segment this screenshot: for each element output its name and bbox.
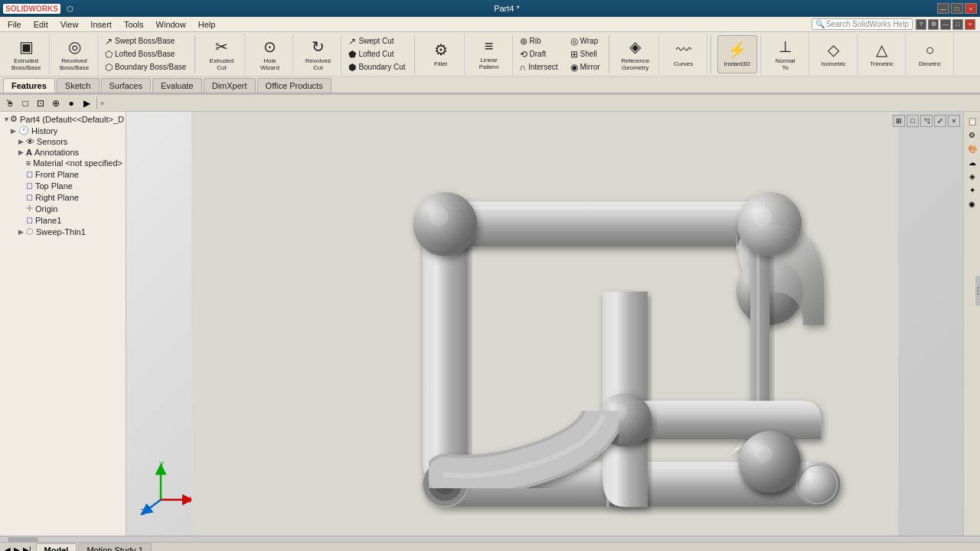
tab-features[interactable]: Features — [3, 78, 55, 93]
tab-nav-next[interactable]: ▶ — [12, 546, 21, 551]
revolved-cut-icon: ↻ — [312, 37, 325, 56]
tab-sketch[interactable]: Sketch — [57, 78, 100, 93]
close-toolbar-btn[interactable]: × — [965, 19, 975, 30]
tree-plane1[interactable]: ◻ Plane1 — [0, 214, 126, 226]
curves-label: Curves — [674, 60, 693, 67]
shell-btn[interactable]: ⊞ Shell — [567, 48, 604, 60]
secondary-tool-1[interactable]: 🖱 — [3, 96, 17, 110]
extruded-boss-btn[interactable]: ▣ ExtrudedBoss/Base — [6, 35, 46, 73]
help-btn[interactable]: ? — [916, 19, 926, 30]
lofted-boss-btn[interactable]: ⬠ Lofted Boss/Base — [101, 48, 190, 60]
h-scrollbar[interactable] — [0, 536, 980, 542]
swept-cut-btn[interactable]: ↗ Swept Cut — [345, 35, 409, 47]
rp-btn-6[interactable]: ✦ — [966, 184, 978, 196]
toolbar-col-features2: ◎ Wrap ⊞ Shell ◉ Mirror — [565, 34, 606, 75]
tree-history[interactable]: ▶ 🕐 History — [0, 125, 126, 136]
draft-btn[interactable]: ⟲ Draft — [516, 48, 562, 60]
tab-dimxpert[interactable]: DimXpert — [204, 78, 256, 93]
rp-btn-5[interactable]: ◈ — [966, 170, 978, 182]
fillet-btn[interactable]: ⚙ Fillet — [421, 35, 461, 73]
tree-sensors[interactable]: ▶ 👁 Sensors — [0, 136, 126, 147]
menu-view[interactable]: View — [54, 18, 85, 31]
menu-insert[interactable]: Insert — [84, 18, 118, 31]
rib-btn[interactable]: ⊛ Rib — [516, 35, 562, 47]
tree-icon-plane1: ◻ — [26, 215, 33, 225]
swept-boss-btn[interactable]: ↗ Swept Boss/Base — [101, 35, 190, 47]
instant3d-icon: ⚡ — [727, 41, 746, 59]
minimize-toolbar-btn[interactable]: — — [940, 19, 951, 30]
lofted-cut-btn[interactable]: ⬟ Lofted Cut — [345, 48, 409, 60]
bottom-tabs: ◀ ▶ ▶| Model Motion Study 1 — [0, 542, 980, 551]
vp-btn-5[interactable]: × — [948, 115, 960, 127]
maximize-toolbar-btn[interactable]: □ — [952, 19, 963, 30]
reference-geometry-icon: ◈ — [629, 37, 641, 56]
isometric-btn[interactable]: ◇ Isometric — [814, 35, 854, 73]
tree-sweep-thin1[interactable]: ▶ ⬡ Sweep-Thin1 — [0, 226, 126, 237]
rp-btn-3[interactable]: 🎨 — [966, 142, 978, 155]
intersect-btn[interactable]: ∩ Intersect — [516, 61, 562, 73]
revolved-cut-btn[interactable]: ↻ RevolvedCut — [298, 35, 338, 73]
tree-front-plane[interactable]: ◻ Front Plane — [0, 168, 126, 180]
normal-to-btn[interactable]: ⊥ NormalTo — [766, 35, 805, 73]
secondary-tool-2[interactable]: □ — [18, 96, 32, 110]
menu-window[interactable]: Window — [150, 18, 192, 31]
vp-btn-3[interactable]: ◹ — [920, 115, 933, 127]
linear-pattern-icon: ≡ — [485, 37, 494, 55]
trimetric-btn[interactable]: △ Trimetric — [862, 35, 902, 73]
menu-tools[interactable]: Tools — [118, 18, 150, 31]
menu-file[interactable]: File — [2, 18, 28, 31]
secondary-tool-4[interactable]: ⊕ — [49, 96, 63, 110]
secondary-tool-3[interactable]: ⊡ — [34, 96, 47, 110]
bottom-tab-model[interactable]: Model — [36, 543, 77, 551]
rib-icon: ⊛ — [520, 36, 528, 47]
dimetric-btn[interactable]: ○ Dimetric — [910, 35, 950, 73]
vp-btn-1[interactable]: ⊞ — [893, 115, 905, 127]
rp-btn-2[interactable]: ⚙ — [966, 129, 978, 141]
hole-wizard-btn[interactable]: ⊙ HoleWizard — [250, 35, 289, 73]
tree-top-plane[interactable]: ◻ Top Plane — [0, 180, 126, 191]
minimize-btn[interactable]: — — [937, 3, 949, 14]
tab-evaluate[interactable]: Evaluate — [152, 78, 202, 93]
tree-annotations[interactable]: ▶ A Annotations — [0, 147, 126, 158]
tree-root[interactable]: ▼ ⚙ Part4 (Default<<Default>_D — [0, 113, 126, 125]
solidworks-logo: SOLIDWORKS — [3, 4, 60, 14]
secondary-tool-5[interactable]: ● — [64, 96, 78, 110]
curves-btn[interactable]: 〰 Curves — [664, 35, 704, 73]
tab-nav-end[interactable]: ▶| — [21, 546, 33, 551]
boundary-boss-btn[interactable]: ⬡ Boundary Boss/Base — [101, 61, 190, 73]
secondary-tool-6[interactable]: ▶ — [80, 96, 93, 110]
rp-btn-7[interactable]: ◉ — [966, 197, 978, 210]
settings-btn[interactable]: ⚙ — [928, 19, 939, 30]
tab-office[interactable]: Office Products — [257, 78, 332, 93]
tab-nav-prev[interactable]: ◀ — [3, 546, 12, 551]
boundary-cut-btn[interactable]: ⬢ Boundary Cut — [345, 61, 409, 73]
menu-edit[interactable]: Edit — [28, 18, 54, 31]
h-scrollbar-thumb[interactable] — [8, 537, 38, 542]
boundary-boss-icon: ⬡ — [105, 62, 113, 73]
rp-btn-1[interactable]: 📋 — [966, 115, 978, 127]
wrap-btn[interactable]: ◎ Wrap — [567, 35, 604, 47]
model-viewport-svg[interactable] — [126, 112, 963, 536]
viewport[interactable]: 🔍 ⊕ ↺ ✥ ▦ ⬡ ✦ ⊞ ◈ ⟳ — [126, 112, 963, 536]
tree-origin[interactable]: ✛ Origin — [0, 203, 126, 214]
mirror-btn[interactable]: ◉ Mirror — [567, 61, 604, 73]
toolbar-group-extruded-cut: ✂ ExtrudedCut — [198, 34, 245, 75]
tree-label-origin: Origin — [35, 204, 57, 214]
rp-btn-4[interactable]: ☁ — [966, 156, 978, 168]
close-btn[interactable]: × — [965, 3, 977, 14]
revolved-boss-btn[interactable]: ◎ RevolvedBoss/Base — [54, 35, 94, 73]
linear-pattern-btn[interactable]: ≡ LinearPattern — [469, 35, 509, 73]
tree-right-plane[interactable]: ◻ Right Plane — [0, 191, 126, 203]
tree-icon-sensors: 👁 — [26, 137, 34, 146]
reference-geometry-btn[interactable]: ◈ ReferenceGeometry — [616, 35, 655, 73]
menu-help[interactable]: Help — [192, 18, 222, 31]
vp-btn-2[interactable]: □ — [906, 115, 919, 127]
vp-btn-4[interactable]: ⤢ — [934, 115, 946, 127]
maximize-btn[interactable]: □ — [951, 3, 963, 14]
bottom-tab-motion-study[interactable]: Motion Study 1 — [78, 543, 151, 551]
tab-surfaces[interactable]: Surfaces — [101, 78, 151, 93]
extruded-cut-btn[interactable]: ✂ ExtrudedCut — [201, 35, 241, 73]
tree-material[interactable]: ≡ Material <not specified> — [0, 158, 126, 168]
instant3d-btn[interactable]: ⚡ Instant3D — [717, 35, 757, 73]
draft-label: Draft — [530, 50, 547, 58]
